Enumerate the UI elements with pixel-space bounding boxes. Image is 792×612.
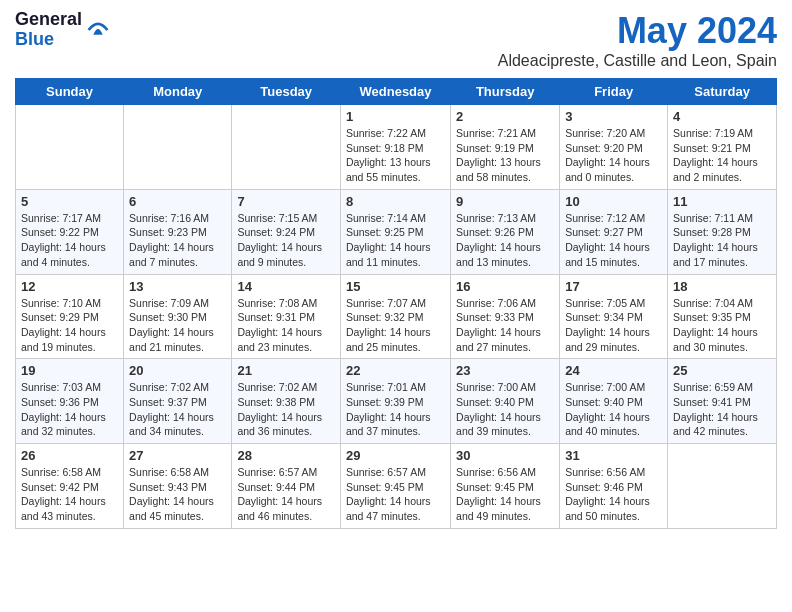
calendar-week-row: 12 Sunrise: 7:10 AM Sunset: 9:29 PM Dayl…: [16, 274, 777, 359]
daylight-text: Daylight: 14 hours and 42 minutes.: [673, 411, 758, 438]
calendar-week-row: 26 Sunrise: 6:58 AM Sunset: 9:42 PM Dayl…: [16, 444, 777, 529]
sunset-text: Sunset: 9:32 PM: [346, 311, 424, 323]
calendar-day-cell: 26 Sunrise: 6:58 AM Sunset: 9:42 PM Dayl…: [16, 444, 124, 529]
day-info: Sunrise: 7:20 AM Sunset: 9:20 PM Dayligh…: [565, 126, 662, 185]
sunset-text: Sunset: 9:18 PM: [346, 142, 424, 154]
daylight-text: Daylight: 14 hours and 39 minutes.: [456, 411, 541, 438]
daylight-text: Daylight: 14 hours and 0 minutes.: [565, 156, 650, 183]
day-number: 2: [456, 109, 554, 124]
sunrise-text: Sunrise: 7:13 AM: [456, 212, 536, 224]
page-header: General Blue May 2024 Aldeacipreste, Cas…: [15, 10, 777, 70]
calendar-day-cell: 22 Sunrise: 7:01 AM Sunset: 9:39 PM Dayl…: [340, 359, 450, 444]
calendar-week-row: 1 Sunrise: 7:22 AM Sunset: 9:18 PM Dayli…: [16, 105, 777, 190]
calendar-day-cell: [232, 105, 341, 190]
calendar-day-cell: 11 Sunrise: 7:11 AM Sunset: 9:28 PM Dayl…: [668, 189, 777, 274]
day-info: Sunrise: 7:12 AM Sunset: 9:27 PM Dayligh…: [565, 211, 662, 270]
sunrise-text: Sunrise: 7:02 AM: [237, 381, 317, 393]
sunrise-text: Sunrise: 7:00 AM: [565, 381, 645, 393]
day-number: 25: [673, 363, 771, 378]
header-row: Sunday Monday Tuesday Wednesday Thursday…: [16, 79, 777, 105]
day-info: Sunrise: 7:15 AM Sunset: 9:24 PM Dayligh…: [237, 211, 335, 270]
calendar-week-row: 5 Sunrise: 7:17 AM Sunset: 9:22 PM Dayli…: [16, 189, 777, 274]
sunrise-text: Sunrise: 6:56 AM: [565, 466, 645, 478]
daylight-text: Daylight: 14 hours and 32 minutes.: [21, 411, 106, 438]
sunset-text: Sunset: 9:30 PM: [129, 311, 207, 323]
col-thursday: Thursday: [451, 79, 560, 105]
day-number: 26: [21, 448, 118, 463]
calendar-day-cell: 25 Sunrise: 6:59 AM Sunset: 9:41 PM Dayl…: [668, 359, 777, 444]
sunset-text: Sunset: 9:45 PM: [456, 481, 534, 493]
sunset-text: Sunset: 9:19 PM: [456, 142, 534, 154]
day-info: Sunrise: 7:02 AM Sunset: 9:38 PM Dayligh…: [237, 380, 335, 439]
calendar-body: 1 Sunrise: 7:22 AM Sunset: 9:18 PM Dayli…: [16, 105, 777, 529]
day-number: 15: [346, 279, 445, 294]
sunset-text: Sunset: 9:39 PM: [346, 396, 424, 408]
day-number: 4: [673, 109, 771, 124]
day-number: 27: [129, 448, 226, 463]
daylight-text: Daylight: 14 hours and 46 minutes.: [237, 495, 322, 522]
sunset-text: Sunset: 9:22 PM: [21, 226, 99, 238]
sunset-text: Sunset: 9:38 PM: [237, 396, 315, 408]
logo: General Blue: [15, 10, 112, 50]
month-title: May 2024: [498, 10, 777, 52]
day-info: Sunrise: 6:58 AM Sunset: 9:43 PM Dayligh…: [129, 465, 226, 524]
day-info: Sunrise: 7:03 AM Sunset: 9:36 PM Dayligh…: [21, 380, 118, 439]
day-info: Sunrise: 7:09 AM Sunset: 9:30 PM Dayligh…: [129, 296, 226, 355]
day-info: Sunrise: 6:59 AM Sunset: 9:41 PM Dayligh…: [673, 380, 771, 439]
day-info: Sunrise: 7:14 AM Sunset: 9:25 PM Dayligh…: [346, 211, 445, 270]
calendar-day-cell: [668, 444, 777, 529]
sunset-text: Sunset: 9:24 PM: [237, 226, 315, 238]
location: Aldeacipreste, Castille and Leon, Spain: [498, 52, 777, 70]
daylight-text: Daylight: 14 hours and 2 minutes.: [673, 156, 758, 183]
calendar-day-cell: [124, 105, 232, 190]
daylight-text: Daylight: 14 hours and 11 minutes.: [346, 241, 431, 268]
sunrise-text: Sunrise: 7:22 AM: [346, 127, 426, 139]
day-info: Sunrise: 7:07 AM Sunset: 9:32 PM Dayligh…: [346, 296, 445, 355]
sunrise-text: Sunrise: 7:21 AM: [456, 127, 536, 139]
calendar-day-cell: 4 Sunrise: 7:19 AM Sunset: 9:21 PM Dayli…: [668, 105, 777, 190]
day-info: Sunrise: 7:08 AM Sunset: 9:31 PM Dayligh…: [237, 296, 335, 355]
sunset-text: Sunset: 9:44 PM: [237, 481, 315, 493]
daylight-text: Daylight: 14 hours and 9 minutes.: [237, 241, 322, 268]
day-info: Sunrise: 6:57 AM Sunset: 9:44 PM Dayligh…: [237, 465, 335, 524]
sunrise-text: Sunrise: 7:14 AM: [346, 212, 426, 224]
sunrise-text: Sunrise: 7:09 AM: [129, 297, 209, 309]
sunset-text: Sunset: 9:31 PM: [237, 311, 315, 323]
daylight-text: Daylight: 14 hours and 7 minutes.: [129, 241, 214, 268]
calendar-day-cell: 28 Sunrise: 6:57 AM Sunset: 9:44 PM Dayl…: [232, 444, 341, 529]
sunset-text: Sunset: 9:36 PM: [21, 396, 99, 408]
daylight-text: Daylight: 14 hours and 30 minutes.: [673, 326, 758, 353]
calendar-header: Sunday Monday Tuesday Wednesday Thursday…: [16, 79, 777, 105]
calendar-table: Sunday Monday Tuesday Wednesday Thursday…: [15, 78, 777, 529]
sunrise-text: Sunrise: 7:04 AM: [673, 297, 753, 309]
sunrise-text: Sunrise: 7:12 AM: [565, 212, 645, 224]
sunset-text: Sunset: 9:27 PM: [565, 226, 643, 238]
calendar-day-cell: 23 Sunrise: 7:00 AM Sunset: 9:40 PM Dayl…: [451, 359, 560, 444]
day-number: 1: [346, 109, 445, 124]
day-number: 18: [673, 279, 771, 294]
daylight-text: Daylight: 14 hours and 27 minutes.: [456, 326, 541, 353]
sunrise-text: Sunrise: 7:01 AM: [346, 381, 426, 393]
day-info: Sunrise: 7:06 AM Sunset: 9:33 PM Dayligh…: [456, 296, 554, 355]
sunrise-text: Sunrise: 7:00 AM: [456, 381, 536, 393]
calendar-day-cell: 9 Sunrise: 7:13 AM Sunset: 9:26 PM Dayli…: [451, 189, 560, 274]
day-info: Sunrise: 7:19 AM Sunset: 9:21 PM Dayligh…: [673, 126, 771, 185]
daylight-text: Daylight: 14 hours and 47 minutes.: [346, 495, 431, 522]
daylight-text: Daylight: 14 hours and 17 minutes.: [673, 241, 758, 268]
day-number: 19: [21, 363, 118, 378]
calendar-day-cell: 18 Sunrise: 7:04 AM Sunset: 9:35 PM Dayl…: [668, 274, 777, 359]
day-info: Sunrise: 7:01 AM Sunset: 9:39 PM Dayligh…: [346, 380, 445, 439]
sunrise-text: Sunrise: 6:56 AM: [456, 466, 536, 478]
sunset-text: Sunset: 9:40 PM: [565, 396, 643, 408]
logo-text: General Blue: [15, 10, 82, 50]
sunset-text: Sunset: 9:26 PM: [456, 226, 534, 238]
calendar-day-cell: 8 Sunrise: 7:14 AM Sunset: 9:25 PM Dayli…: [340, 189, 450, 274]
sunset-text: Sunset: 9:28 PM: [673, 226, 751, 238]
sunrise-text: Sunrise: 7:03 AM: [21, 381, 101, 393]
calendar-day-cell: 5 Sunrise: 7:17 AM Sunset: 9:22 PM Dayli…: [16, 189, 124, 274]
daylight-text: Daylight: 14 hours and 36 minutes.: [237, 411, 322, 438]
day-number: 16: [456, 279, 554, 294]
sunset-text: Sunset: 9:23 PM: [129, 226, 207, 238]
sunset-text: Sunset: 9:29 PM: [21, 311, 99, 323]
calendar-day-cell: 20 Sunrise: 7:02 AM Sunset: 9:37 PM Dayl…: [124, 359, 232, 444]
